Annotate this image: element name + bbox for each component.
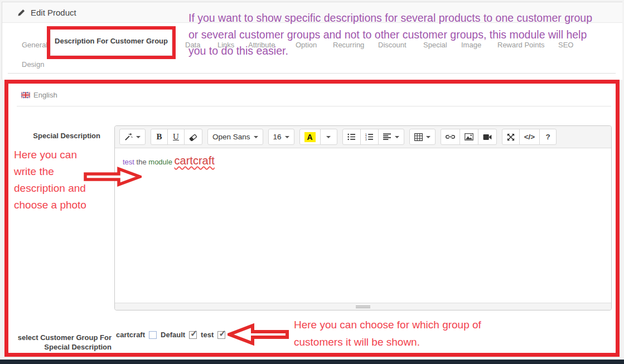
customer-group-name: Default xyxy=(161,331,185,339)
unordered-list-button[interactable] xyxy=(342,129,361,145)
pencil-icon xyxy=(17,8,26,17)
font-color-button[interactable]: A xyxy=(299,129,321,145)
customer-group-checkbox-cartcraft[interactable] xyxy=(149,331,157,339)
ordered-list-button[interactable]: 1 2 3 xyxy=(360,129,379,145)
table-dropdown[interactable] xyxy=(409,129,436,145)
svg-text:3: 3 xyxy=(365,138,367,140)
help-button[interactable]: ? xyxy=(539,129,557,145)
right-arrow-icon xyxy=(84,167,142,187)
paragraph-align-dropdown[interactable] xyxy=(378,129,404,145)
content-word: module xyxy=(148,158,172,166)
special-description-label: Special Description xyxy=(12,132,100,140)
video-button[interactable] xyxy=(478,129,497,145)
chevron-down-icon xyxy=(426,136,430,138)
customer-group-name: cartcraft xyxy=(116,331,145,339)
font-size-dropdown[interactable]: 16 xyxy=(268,129,294,145)
tab-design[interactable]: Design xyxy=(22,60,44,69)
tab-description-for-customer-group[interactable]: Description For Customer Group xyxy=(50,30,172,56)
font-family-dropdown[interactable]: Open Sans xyxy=(207,129,263,145)
font-family-value: Open Sans xyxy=(212,133,250,141)
customer-group-label: select Customer Group For Special Descri… xyxy=(4,333,112,352)
bottom-black-bar xyxy=(0,360,624,364)
bottom-annotation: Here you can choose for which group of c… xyxy=(294,316,509,351)
editor-toolbar: B U Open Sans 16 A xyxy=(115,126,611,148)
left-arrow-icon xyxy=(228,323,289,346)
editor-statusbar xyxy=(115,303,611,310)
style-magic-button[interactable] xyxy=(119,129,146,145)
top-annotation: If you want to show specific description… xyxy=(188,10,598,60)
bold-button[interactable]: B xyxy=(151,129,168,145)
font-color-letter: A xyxy=(304,132,316,142)
chevron-down-icon xyxy=(395,136,399,138)
chevron-down-icon xyxy=(285,136,289,138)
customer-group-options: cartcraft Default test xyxy=(116,331,225,339)
tab-general[interactable]: General xyxy=(22,41,47,49)
resize-grip[interactable] xyxy=(356,305,370,308)
customer-group-name: test xyxy=(201,331,214,339)
font-color-dropdown[interactable] xyxy=(320,129,337,145)
uk-flag-icon xyxy=(21,92,30,98)
clear-formatting-button[interactable] xyxy=(184,129,202,145)
active-tab-callout-box: Description For Customer Group xyxy=(47,26,176,59)
code-view-button[interactable]: </> xyxy=(519,129,540,145)
chevron-down-icon xyxy=(326,136,331,138)
fullscreen-button[interactable] xyxy=(502,129,520,145)
picture-button[interactable] xyxy=(459,129,478,145)
underline-button[interactable]: U xyxy=(167,129,185,145)
rich-text-editor: B U Open Sans 16 A xyxy=(114,125,612,310)
content-word-cartcraft: cartcraft xyxy=(175,154,215,167)
chevron-down-icon xyxy=(136,136,141,138)
font-size-value: 16 xyxy=(273,133,282,141)
editor-content-area[interactable]: test the module cartcraft xyxy=(115,148,611,303)
language-divider xyxy=(17,106,611,106)
customer-group-checkbox-default[interactable] xyxy=(189,331,197,339)
content-word: the xyxy=(137,158,147,166)
content-word: test xyxy=(123,158,134,166)
customer-group-checkbox-test[interactable] xyxy=(217,331,225,339)
tabs-divider xyxy=(8,73,616,74)
page-title: Edit Product xyxy=(31,8,76,17)
link-button[interactable] xyxy=(441,129,460,145)
language-label: English xyxy=(33,91,57,99)
language-tab[interactable]: English xyxy=(21,91,57,99)
chevron-down-icon xyxy=(254,136,258,138)
